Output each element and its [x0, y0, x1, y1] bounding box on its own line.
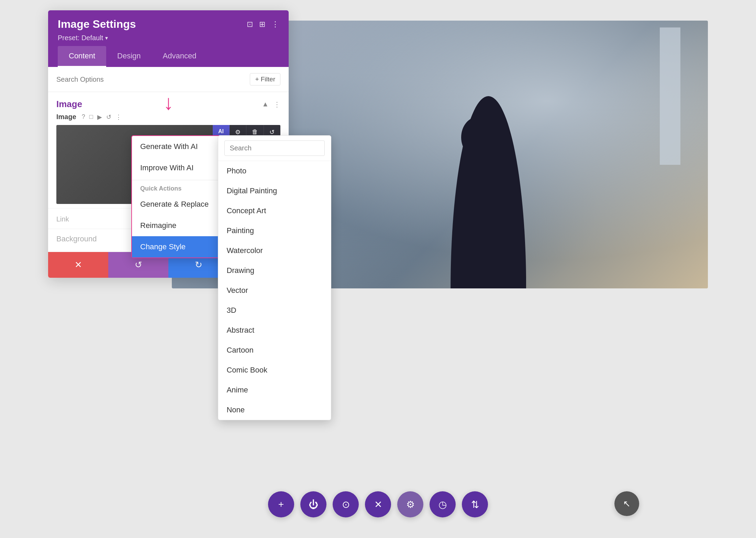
- floating-icon-button[interactable]: ↖: [614, 491, 639, 516]
- history-icon: ◷: [438, 499, 447, 510]
- style-item-vector[interactable]: Vector: [218, 281, 331, 300]
- bottom-toolbar: + ⏻ ⊙ ✕ ⚙ ◷ ⇅: [268, 491, 488, 517]
- style-item-digital-painting[interactable]: Digital Painting: [218, 181, 331, 201]
- sliders-icon: ⇅: [471, 499, 479, 510]
- style-item-concept-art[interactable]: Concept Art: [218, 201, 331, 221]
- image-toolbar: Image ? □ ▶ ↺ ⋮: [48, 113, 289, 125]
- style-item-photo[interactable]: Photo: [218, 161, 331, 181]
- style-search-input[interactable]: [224, 140, 325, 156]
- image-toolbar-icons: ? □ ▶ ↺ ⋮: [82, 113, 122, 121]
- style-item-none[interactable]: None: [218, 400, 331, 420]
- responsive-icon[interactable]: ⊡: [247, 20, 253, 29]
- settings-panel: Image Settings ⊡ ⊞ ⋮ Preset: Default ▾ C…: [48, 10, 289, 278]
- image-preview-area: ↓ AI ⚙ 🗑 ↺ Generate With AI Improve With…: [56, 125, 280, 204]
- style-item-3d[interactable]: 3D: [218, 300, 331, 320]
- image-section-title: Image: [56, 99, 82, 110]
- toolbar-add-button[interactable]: +: [268, 491, 294, 517]
- style-item-anime[interactable]: Anime: [218, 380, 331, 400]
- cursor-icon[interactable]: ▶: [97, 113, 102, 121]
- toolbar-sliders-button[interactable]: ⇅: [462, 491, 488, 517]
- toolbar-settings-button[interactable]: ⚙: [397, 491, 423, 517]
- reset-icon[interactable]: ↺: [106, 113, 111, 121]
- style-item-comic-book[interactable]: Comic Book: [218, 360, 331, 380]
- tab-advanced[interactable]: Advanced: [152, 46, 208, 67]
- panel-title-row: Image Settings ⊡ ⊞ ⋮: [58, 18, 279, 31]
- pink-arrow: ↓: [163, 91, 174, 114]
- section-icons: ▲ ⋮: [262, 100, 280, 108]
- tab-content[interactable]: Content: [58, 46, 106, 67]
- section-more-icon[interactable]: ⋮: [274, 100, 280, 108]
- toolbar-stop-button[interactable]: ⊙: [333, 491, 359, 517]
- style-item-drawing[interactable]: Drawing: [218, 261, 331, 281]
- building-element: [660, 27, 680, 165]
- image-toolbar-label: Image: [56, 113, 76, 121]
- style-search-container: [218, 136, 331, 161]
- toolbar-history-button[interactable]: ◷: [430, 491, 456, 517]
- panel-preset[interactable]: Preset: Default ▾: [58, 34, 279, 42]
- collapse-icon[interactable]: ▲: [262, 100, 269, 108]
- stop-icon: ⊙: [342, 499, 350, 510]
- background-label: Background: [56, 234, 97, 243]
- grid-icon[interactable]: ⊞: [259, 20, 265, 29]
- figure-head: [461, 117, 496, 158]
- panel-title-icons: ⊡ ⊞ ⋮: [247, 20, 279, 29]
- filter-button[interactable]: + Filter: [250, 73, 280, 85]
- more-options-icon[interactable]: ⋮: [115, 113, 122, 121]
- cancel-button[interactable]: ✕: [48, 252, 108, 278]
- preset-arrow: ▾: [105, 35, 108, 41]
- panel-tabs: Content Design Advanced: [58, 46, 279, 67]
- toolbar-close-button[interactable]: ✕: [365, 491, 391, 517]
- tab-design[interactable]: Design: [106, 46, 152, 67]
- floating-icon: ↖: [623, 499, 631, 509]
- panel-title: Image Settings: [58, 18, 136, 31]
- search-options-input[interactable]: [56, 76, 246, 83]
- style-dropdown: Photo Digital Painting Concept Art Paint…: [218, 135, 331, 420]
- more-icon[interactable]: ⋮: [271, 20, 279, 29]
- help-icon[interactable]: ?: [82, 113, 85, 121]
- settings-icon: ⚙: [406, 499, 415, 510]
- panel-header: Image Settings ⊡ ⊞ ⋮ Preset: Default ▾ C…: [48, 10, 289, 67]
- add-icon: +: [278, 499, 284, 510]
- style-item-abstract[interactable]: Abstract: [218, 320, 331, 340]
- preset-label: Preset: Default: [58, 34, 103, 42]
- style-item-painting[interactable]: Painting: [218, 221, 331, 241]
- style-item-cartoon[interactable]: Cartoon: [218, 340, 331, 360]
- power-icon: ⏻: [309, 499, 318, 510]
- canvas-area: Image Settings ⊡ ⊞ ⋮ Preset: Default ▾ C…: [0, 0, 756, 538]
- link-label: Link: [56, 215, 69, 223]
- toolbar-power-button[interactable]: ⏻: [300, 491, 326, 517]
- panel-search-row: + Filter: [48, 67, 289, 92]
- close-icon: ✕: [374, 499, 382, 510]
- style-item-watercolor[interactable]: Watercolor: [218, 241, 331, 261]
- mobile-icon[interactable]: □: [89, 113, 93, 121]
